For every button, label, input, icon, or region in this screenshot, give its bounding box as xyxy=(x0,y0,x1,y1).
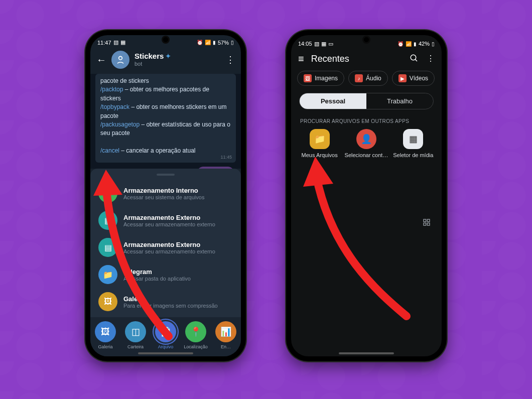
msg-time: 11:45 xyxy=(220,154,232,161)
file-tab[interactable]: 📄Arquivo xyxy=(151,321,180,349)
notif-icon: ▧ xyxy=(113,39,118,46)
alarm-icon: ⏰ xyxy=(397,41,404,47)
outgoing-message: /newpack xyxy=(197,167,234,169)
storage-subtitle: Para enviar imagens sem compressão xyxy=(123,303,218,309)
command-link[interactable]: /packtop xyxy=(100,86,123,93)
chat-area: pacote de stickers /packtop – obter os m… xyxy=(90,74,241,169)
svg-point-1 xyxy=(411,55,416,60)
battery-icon: ▯ xyxy=(432,41,435,47)
grid-view-icon[interactable] xyxy=(423,218,431,228)
media-icon: ▦ xyxy=(403,129,423,149)
more-icon[interactable]: ⋮ xyxy=(427,54,435,65)
picker-header: ≡ Recentes ⋮ xyxy=(291,50,442,70)
command-link[interactable]: /topbypack xyxy=(100,103,129,110)
battery-text: 57% xyxy=(218,40,229,46)
attach-tabbar: 🖼Galeria◫Carteira📄Arquivo📍Localização📊En… xyxy=(90,317,241,356)
tab-label: Localização xyxy=(184,344,208,349)
video-icon: ▶ xyxy=(398,74,407,82)
filter-chip-row: 🖼Imagens♪Áudio▶Vídeos xyxy=(291,70,442,91)
svg-rect-5 xyxy=(427,223,430,225)
chip-label: Áudio xyxy=(366,75,381,82)
file-icon: 📄 xyxy=(155,321,176,342)
profile-segmented: Pessoal Trabalho xyxy=(299,93,434,109)
phone-frame-1: 11:47 ▧ ▦ ⏰ 📶 ▮ 57% ▯ ← xyxy=(85,30,246,361)
alarm-icon: ⏰ xyxy=(197,40,203,45)
image-icon: 🖼 xyxy=(95,321,116,342)
notif-icon: ▧ xyxy=(314,41,319,47)
location-tab[interactable]: 📍Localização xyxy=(181,321,210,349)
section-label: PROCURAR ARQUIVOS EM OUTROS APPS xyxy=(291,116,442,129)
battery-text: 42% xyxy=(419,41,430,47)
bot-avatar[interactable] xyxy=(111,51,129,69)
wifi-icon: 📶 xyxy=(406,41,412,47)
more-icon[interactable]: ⋮ xyxy=(226,54,235,65)
page-title: Recentes xyxy=(311,54,349,64)
wifi-icon: 📶 xyxy=(205,40,211,45)
filter-chip[interactable]: ♪Áudio xyxy=(348,71,388,86)
storage-option[interactable]: ▤Armazenamento ExternoAcessar seu armaze… xyxy=(95,234,236,261)
gallery-tab[interactable]: 🖼Galeria xyxy=(91,321,120,349)
storage-option[interactable]: 🖼GaleriaPara enviar imagens sem compress… xyxy=(95,288,236,317)
svg-rect-4 xyxy=(424,223,426,225)
segment-personal[interactable]: Pessoal xyxy=(300,93,366,109)
chip-label: Imagens xyxy=(315,75,338,82)
folder-icon: 📁 xyxy=(310,129,330,149)
sheet-handle[interactable] xyxy=(157,174,175,176)
storage-title: Armazenamento Externo xyxy=(123,241,215,248)
signal-icon: ▮ xyxy=(414,41,417,47)
tab-label: Arquivo xyxy=(158,344,174,349)
file-picker-screen: 14:05 ▧ ▦ ▭ ⏰ 📶 ▮ 42% ▯ ≡ Recentes xyxy=(291,35,442,356)
command-link[interactable]: /packusagetop xyxy=(100,121,140,128)
storage-subtitle: Acessar seu armazenamento externo xyxy=(123,248,215,254)
storage-option[interactable]: 📁TelegramAcessar pasta do aplicativo xyxy=(95,261,236,288)
folder-icon: 📁 xyxy=(98,265,117,284)
poll-tab[interactable]: 📊En… xyxy=(211,321,240,349)
tab-label: Carteira xyxy=(127,344,144,349)
storage-subtitle: Acessar pasta do aplicativo xyxy=(123,276,191,282)
gesture-bar xyxy=(339,352,394,354)
storage-title: Armazenamento Externo xyxy=(123,214,215,221)
back-icon[interactable]: ← xyxy=(96,54,106,66)
image-icon: 🖼 xyxy=(304,74,312,82)
app-label: Meus Arquivos xyxy=(302,152,338,158)
telegram-screen: 11:47 ▧ ▦ ⏰ 📶 ▮ 57% ▯ ← xyxy=(90,35,241,356)
wallet-tab[interactable]: ◫Carteira xyxy=(121,321,150,349)
incoming-message: pacote de stickers /packtop – obter os m… xyxy=(95,74,236,163)
app-label: Selecionar cont… xyxy=(345,152,388,158)
storage-subtitle: Acessar seu armazenamento externo xyxy=(123,221,215,227)
filter-chip[interactable]: ▶Vídeos xyxy=(392,71,435,86)
chat-subtitle: bot xyxy=(135,61,171,67)
status-time: 14:05 xyxy=(298,41,312,47)
wallet-icon: ◫ xyxy=(125,321,146,342)
phone-frame-2: 14:05 ▧ ▦ ▭ ⏰ 📶 ▮ 42% ▯ ≡ Recentes xyxy=(286,30,447,361)
storage-subtitle: Acessar seu sistema de arquivos xyxy=(123,194,204,200)
svg-rect-3 xyxy=(427,219,430,222)
storage-option[interactable]: ≣Armazenamento InternoAcessar seu sistem… xyxy=(95,180,236,207)
annotation-arrow-2 xyxy=(296,141,427,331)
other-apps-row: 📁Meus Arquivos👤Selecionar cont…▦Seletor … xyxy=(291,129,442,158)
verified-icon: ✦ xyxy=(166,53,171,60)
storage-option[interactable]: ▤Armazenamento ExternoAcessar seu armaze… xyxy=(95,207,236,234)
tab-label: Galeria xyxy=(98,344,112,349)
tab-label: En… xyxy=(221,344,231,349)
search-icon[interactable] xyxy=(410,54,419,65)
app-label: Seletor de mídia xyxy=(393,152,433,158)
notif-icon-2: ▦ xyxy=(120,39,125,46)
storage-title: Galeria xyxy=(123,295,218,303)
media-selector-app[interactable]: ▦Seletor de mídia xyxy=(390,129,436,158)
storage-title: Armazenamento Interno xyxy=(123,187,204,194)
select-account-app[interactable]: 👤Selecionar cont… xyxy=(344,129,389,158)
signal-icon: ▮ xyxy=(213,40,216,45)
hamburger-icon[interactable]: ≡ xyxy=(298,53,304,65)
segment-work[interactable]: Trabalho xyxy=(366,93,433,109)
list-icon: ≣ xyxy=(98,184,117,203)
my-files-app[interactable]: 📁Meus Arquivos xyxy=(297,129,342,158)
command-link[interactable]: /cancel xyxy=(100,147,119,154)
notif-icon-3: ▭ xyxy=(328,41,333,47)
sd-icon: ▤ xyxy=(98,211,117,230)
svg-point-0 xyxy=(119,56,122,60)
chat-title[interactable]: Stickers xyxy=(135,52,164,61)
filter-chip[interactable]: 🖼Imagens xyxy=(297,71,344,86)
gesture-bar xyxy=(138,352,193,354)
chat-header: ← Stickers ✦ bot ⋮ xyxy=(90,48,241,74)
